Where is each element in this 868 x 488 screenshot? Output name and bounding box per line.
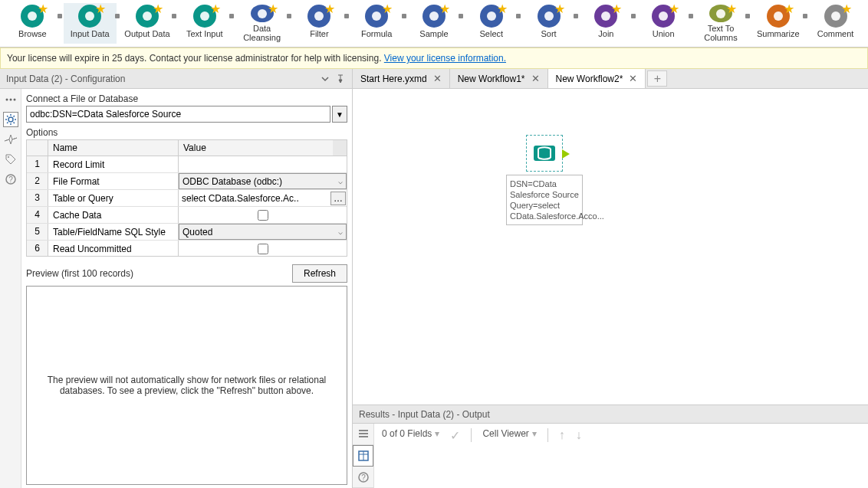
- tab-label: Start Here.yxmd: [360, 74, 427, 84]
- workflow-tab[interactable]: New Workflow1*✕: [450, 69, 548, 88]
- ribbon-toolbar: ★ Browse ★ Input Data ★ Output Data ★ Te…: [0, 0, 868, 47]
- config-title: Input Data (2) - Configuration: [6, 74, 125, 84]
- license-warning-bar: Your license will expire in 25 days. Con…: [0, 47, 868, 69]
- tool-sort[interactable]: ★ Sort: [522, 3, 575, 44]
- connection-dropdown-button[interactable]: ▼: [332, 106, 347, 123]
- tool-comment[interactable]: ★ Comment: [809, 3, 862, 44]
- option-row: 1 Record Limit: [27, 156, 347, 173]
- arrow-down-icon[interactable]: ↓: [576, 428, 582, 442]
- svg-point-7: [429, 11, 439, 21]
- tab-label: New Workflow2*: [556, 74, 623, 84]
- tool-label: Browse: [18, 29, 47, 38]
- tool-output-data[interactable]: ★ Output Data: [121, 3, 174, 44]
- workflow-tabs: Start Here.yxmd✕New Workflow1*✕New Workf…: [353, 69, 868, 89]
- pin-icon[interactable]: [335, 74, 346, 84]
- tool-summarize[interactable]: ★ Summarize: [751, 3, 804, 44]
- tool-label: Summarize: [757, 29, 800, 38]
- tag-icon[interactable]: [3, 152, 18, 167]
- input-data-node[interactable]: DSN=CData Salesforce Source Query=select…: [506, 135, 583, 225]
- tool-select[interactable]: ★ Select: [465, 3, 518, 44]
- tool-icon: ★: [193, 5, 216, 28]
- row-number: 4: [27, 207, 48, 223]
- workflow-canvas[interactable]: DSN=CData Salesforce Source Query=select…: [353, 89, 868, 404]
- results-help-icon[interactable]: ?: [353, 467, 373, 488]
- tool-join[interactable]: ★ Join: [580, 3, 633, 44]
- row-number: 3: [27, 190, 48, 206]
- connector-icon: [803, 14, 807, 18]
- cell-viewer-dropdown[interactable]: Cell Viewer ▾: [482, 428, 536, 439]
- row-number: 5: [27, 224, 48, 240]
- option-name: Table or Query: [48, 190, 179, 206]
- tool-input-data[interactable]: ★ Input Data: [64, 3, 117, 44]
- tool-browse[interactable]: ★ Browse: [6, 3, 59, 44]
- tool-icon: ★: [21, 5, 44, 28]
- workflow-tab[interactable]: Start Here.yxmd✕: [353, 69, 450, 88]
- svg-point-16: [9, 99, 12, 101]
- connector-icon: [287, 14, 291, 18]
- results-list-icon[interactable]: [353, 424, 373, 445]
- tool-label: Join: [598, 29, 613, 38]
- ellipsis-button[interactable]: …: [330, 192, 346, 205]
- option-checkbox[interactable]: [258, 244, 268, 254]
- connection-input[interactable]: [26, 106, 330, 123]
- star-icon: ★: [95, 2, 106, 16]
- star-icon: ★: [611, 2, 622, 16]
- tool-formula[interactable]: ★ Formula: [350, 3, 403, 44]
- tool-text-input[interactable]: ★ Text Input: [178, 3, 231, 44]
- close-icon[interactable]: ✕: [531, 73, 540, 84]
- svg-point-2: [143, 11, 152, 21]
- svg-point-17: [13, 99, 15, 101]
- tool-icon: ★: [136, 5, 159, 28]
- fields-count[interactable]: 0 of 0 Fields ▾: [382, 428, 439, 439]
- add-tab-button[interactable]: +: [647, 70, 667, 87]
- results-table-icon[interactable]: [353, 445, 373, 467]
- svg-rect-24: [359, 433, 368, 434]
- option-checkbox[interactable]: [258, 210, 268, 221]
- close-icon[interactable]: ✕: [433, 73, 442, 84]
- preview-label: Preview (first 100 records): [26, 268, 133, 279]
- svg-point-0: [28, 11, 37, 21]
- option-name: File Format: [48, 173, 179, 189]
- connector-icon: [344, 14, 349, 18]
- star-icon: ★: [841, 2, 852, 16]
- check-icon[interactable]: ✓: [450, 428, 460, 443]
- option-name: Read Uncommitted: [48, 241, 179, 256]
- results-panel: Results - Input Data (2) - Output ? 0 of…: [353, 404, 868, 488]
- connector-icon: [631, 14, 636, 18]
- configuration-panel: Input Data (2) - Configuration ? Connect…: [0, 69, 353, 488]
- option-select[interactable]: Quoted⌵: [179, 224, 347, 240]
- row-number: 1: [27, 156, 48, 172]
- tool-icon: ★: [652, 5, 675, 28]
- gear-icon[interactable]: [3, 112, 18, 127]
- svg-point-12: [716, 9, 725, 18]
- nav-icon[interactable]: [3, 132, 18, 147]
- tool-filter[interactable]: ★ Filter: [293, 3, 346, 44]
- license-link[interactable]: View your license information.: [384, 53, 506, 64]
- tool-union[interactable]: ★ Union: [637, 3, 690, 44]
- close-icon[interactable]: ✕: [629, 73, 637, 84]
- help-icon[interactable]: ?: [3, 172, 18, 187]
- tool-data-cleansing[interactable]: ★ Data Cleansing: [235, 3, 288, 44]
- star-icon: ★: [726, 2, 737, 16]
- tool-label: Select: [479, 29, 503, 38]
- tool-sample[interactable]: ★ Sample: [408, 3, 461, 44]
- tool-label: Output Data: [124, 29, 169, 38]
- tool-label: Text To Columns: [696, 24, 746, 42]
- svg-rect-23: [359, 430, 368, 431]
- tool-text-to-columns[interactable]: ★ Text To Columns: [695, 3, 748, 44]
- dots-icon[interactable]: [3, 92, 18, 107]
- canvas-panel: Start Here.yxmd✕New Workflow1*✕New Workf…: [353, 69, 868, 488]
- preview-message: The preview will not automatically show …: [35, 375, 339, 396]
- option-name: Cache Data: [48, 207, 179, 223]
- refresh-button[interactable]: Refresh: [292, 264, 347, 283]
- svg-point-10: [601, 11, 610, 21]
- node-output-connector[interactable]: [562, 149, 570, 159]
- option-select[interactable]: ODBC Database (odbc:)⌵: [179, 173, 347, 189]
- arrow-up-icon[interactable]: ↑: [559, 428, 565, 442]
- config-header: Input Data (2) - Configuration: [0, 69, 352, 89]
- tool-icon: ★: [709, 5, 732, 22]
- workflow-tab[interactable]: New Workflow2*✕: [548, 69, 646, 88]
- svg-text:?: ?: [361, 473, 366, 482]
- results-title: Results - Input Data (2) - Output: [353, 405, 868, 424]
- chevron-down-icon[interactable]: [320, 74, 330, 84]
